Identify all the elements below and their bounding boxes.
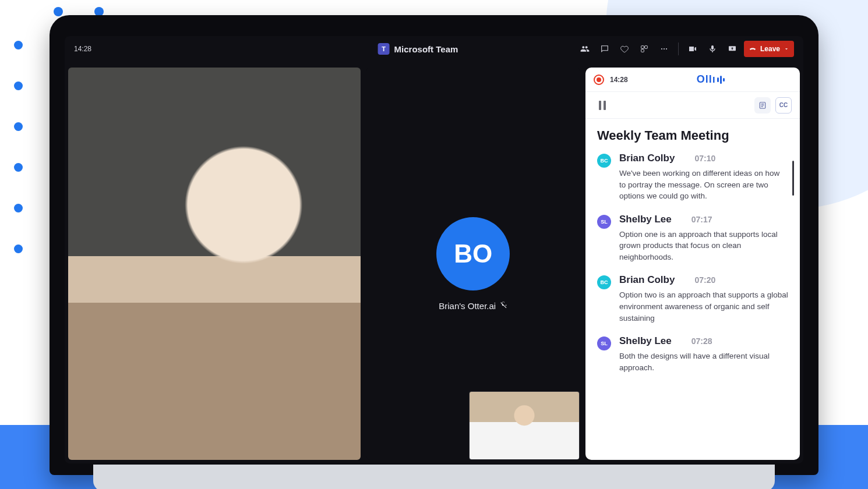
app-title-wrap: T Microsoft Team: [378, 43, 458, 55]
transcript-entries: BCBrian Colby07:10We've been working on …: [597, 153, 788, 455]
entry-text: We've been working on different ideas on…: [619, 168, 788, 202]
entry-timestamp: 07:20: [694, 275, 715, 285]
app-title: Microsoft Team: [394, 44, 458, 54]
meeting-title: Weekly Team Meeting: [597, 128, 788, 143]
sound-bars-icon: [717, 76, 729, 84]
svg-point-4: [664, 48, 665, 49]
speaker-name: Shelby Lee: [619, 214, 672, 225]
mic-muted-icon: [499, 301, 507, 311]
leave-button[interactable]: Leave: [744, 41, 794, 57]
svg-rect-11: [604, 101, 606, 110]
laptop-base: [93, 465, 775, 489]
participant-video-tile[interactable]: [68, 68, 361, 460]
transcript-entry[interactable]: SLShelby Lee07:28Both the designs will h…: [597, 335, 788, 373]
participant-name: Brian's Otter.ai: [439, 301, 496, 311]
self-view[interactable]: [469, 391, 580, 460]
laptop-bezel: 14:28 T Microsoft Team Leave: [50, 15, 818, 475]
avatar-initials: BO: [436, 217, 510, 290]
teams-topbar: 14:28 T Microsoft Team Leave: [65, 36, 803, 62]
record-icon[interactable]: [594, 75, 604, 85]
otter-panel: 14:28 Ollı: [585, 68, 800, 460]
topbar-separator: [678, 42, 679, 55]
chevron-down-icon: [784, 46, 789, 52]
speaker-name: Shelby Lee: [619, 335, 672, 347]
svg-rect-1: [645, 46, 648, 49]
participant-name-row: Brian's Otter.ai: [439, 301, 507, 311]
chat-icon[interactable]: [597, 41, 613, 57]
clock: 14:28: [74, 45, 144, 53]
mic-icon[interactable]: [704, 41, 721, 57]
rooms-icon[interactable]: [636, 41, 652, 57]
entry-timestamp: 07:28: [691, 336, 712, 346]
svg-rect-7: [717, 77, 719, 82]
entry-text: Both the designs will have a different v…: [619, 350, 788, 373]
record-time: 14:28: [610, 76, 628, 84]
speaker-name: Brian Colby: [619, 274, 675, 286]
teams-window: 14:28 T Microsoft Team Leave: [65, 36, 803, 463]
teams-icon: T: [378, 43, 390, 55]
camera-icon[interactable]: [684, 41, 701, 57]
phone-down-icon: [749, 44, 757, 54]
speaker-name: Brian Colby: [619, 153, 675, 164]
otter-logo: Ollı: [697, 73, 729, 86]
speaker-avatar: BC: [597, 275, 611, 289]
topbar-right: Leave: [577, 41, 794, 57]
scrollbar-thumb[interactable]: [792, 161, 794, 196]
cc-button[interactable]: CC: [775, 97, 792, 114]
svg-rect-0: [641, 46, 644, 49]
svg-point-3: [661, 48, 662, 49]
otter-body: Weekly Team Meeting BCBrian Colby07:10We…: [585, 119, 800, 460]
otter-logo-text: Ollı: [697, 73, 716, 86]
otter-controls: CC: [585, 92, 800, 119]
entry-timestamp: 07:17: [691, 215, 712, 224]
participant-avatar-tile[interactable]: BO Brian's Otter.ai: [366, 68, 580, 460]
meeting-content: BO Brian's Otter.ai 14:28 Ollı: [68, 68, 800, 460]
transcript-entry[interactable]: BCBrian Colby07:20Option two is an appro…: [597, 274, 788, 324]
reactions-icon[interactable]: [616, 41, 633, 57]
more-icon[interactable]: [656, 41, 672, 57]
share-icon[interactable]: [724, 41, 740, 57]
speaker-avatar: SL: [597, 215, 611, 229]
speaker-avatar: BC: [597, 154, 611, 168]
svg-rect-9: [723, 78, 725, 82]
svg-rect-8: [720, 76, 722, 84]
svg-point-5: [666, 48, 667, 49]
notes-icon[interactable]: [754, 97, 771, 114]
entry-timestamp: 07:10: [694, 154, 715, 163]
speaker-avatar: SL: [597, 336, 611, 350]
entry-text: Option two is an approach that supports …: [619, 289, 788, 324]
pause-button[interactable]: [594, 97, 611, 114]
svg-rect-10: [599, 101, 601, 110]
participant-video-placeholder: [68, 68, 361, 460]
transcript-entry[interactable]: SLShelby Lee07:17Option one is an approa…: [597, 214, 788, 263]
entry-text: Option one is an approach that supports …: [619, 229, 788, 263]
people-icon[interactable]: [577, 41, 593, 57]
leave-label: Leave: [760, 45, 780, 53]
otter-header: 14:28 Ollı: [585, 68, 800, 92]
transcript-entry[interactable]: BCBrian Colby07:10We've been working on …: [597, 153, 788, 202]
svg-rect-2: [641, 49, 644, 52]
